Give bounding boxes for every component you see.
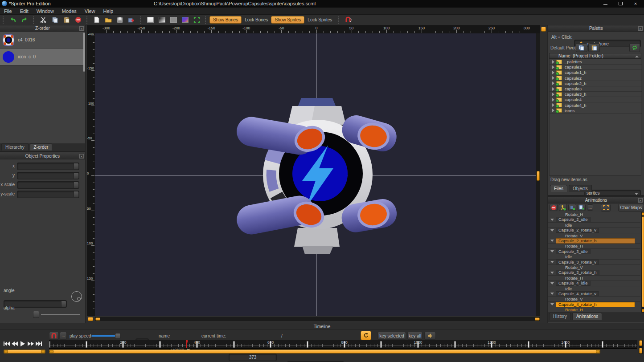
play-speed-slider-handle[interactable] — [115, 333, 121, 339]
tab-objects[interactable]: Objects — [569, 185, 592, 192]
tree-folder-row[interactable]: capsule1_h — [550, 70, 642, 75]
current-time-field[interactable]: 373 — [229, 354, 277, 361]
animation-sub-row[interactable]: Rotate_H — [548, 244, 640, 249]
zorder-item[interactable]: c4_0016 — [0, 32, 84, 49]
animation-row[interactable]: Capsule_3_rotate_h — [548, 270, 640, 276]
tree-folder-row[interactable]: capsule2 — [550, 76, 642, 81]
scroll-handle[interactable] — [596, 350, 600, 353]
timeline-options-button[interactable]: ... — [60, 332, 67, 340]
angle-spinner[interactable] — [61, 301, 66, 307]
duplicate-animation-button[interactable] — [568, 204, 576, 211]
import-button[interactable] — [126, 16, 137, 24]
pivot-paste-button[interactable] — [588, 43, 600, 52]
y-scale-input[interactable] — [17, 191, 79, 198]
tree-folder-row[interactable]: capsule3 — [550, 86, 642, 92]
animation-sub-row[interactable]: Idle — [548, 223, 640, 228]
menu-edit[interactable]: Edit — [16, 8, 33, 14]
expand-arrow-icon[interactable] — [552, 81, 554, 85]
animation-sub-row[interactable]: Rotate_H — [548, 307, 640, 313]
y-input[interactable] — [17, 172, 79, 179]
tab-files[interactable]: Files — [550, 185, 567, 192]
animation-sub-row[interactable]: Rotate_H — [548, 212, 640, 217]
play-speed-track-filled[interactable] — [91, 335, 116, 337]
show-bones-toggle[interactable]: Show Bones — [209, 16, 242, 24]
go-to-end-button[interactable] — [35, 340, 43, 348]
animation-sub-row[interactable]: Idle — [548, 254, 640, 260]
timeline-vscrollbar[interactable] — [639, 340, 643, 354]
scroll-handle[interactable] — [639, 348, 642, 354]
timeline-left-scrollbar[interactable] — [4, 350, 45, 354]
zorder-item[interactable]: icon_c_0 — [0, 49, 84, 65]
next-frame-button[interactable] — [27, 340, 35, 348]
tree-folder-row[interactable]: capsule2_h — [550, 81, 642, 86]
animation-row[interactable]: Capsule_4_idle — [548, 281, 640, 286]
collapse-arrow-icon[interactable] — [550, 261, 554, 263]
previous-frame-button[interactable] — [11, 340, 19, 348]
maximize-button[interactable] — [614, 0, 627, 8]
animation-sub-row[interactable]: Rotate_V — [548, 233, 640, 239]
snap-magnet-icon[interactable] — [343, 16, 353, 24]
view-white-button[interactable] — [145, 16, 156, 24]
copy-button[interactable] — [49, 16, 60, 24]
playhead-cap[interactable] — [186, 340, 188, 343]
animation-row[interactable]: Capsule_2_idle — [548, 217, 640, 223]
alpha-slider-track[interactable] — [41, 314, 80, 315]
select-frame-button[interactable] — [601, 204, 611, 212]
keyframe-marker[interactable] — [602, 341, 603, 348]
capsule-sprite[interactable] — [236, 95, 397, 256]
scroll-handle[interactable] — [4, 350, 8, 353]
tree-folder-row[interactable]: _palettes — [550, 59, 642, 65]
animation-row[interactable]: Capsule_2_rotate_h — [548, 239, 640, 244]
canvas-hscroll-thumb-right[interactable] — [535, 317, 540, 321]
timeline-snap-button[interactable] — [49, 332, 59, 340]
fit-view-button[interactable] — [191, 16, 202, 24]
tab-hierarchy[interactable]: Hierarchy — [1, 143, 29, 150]
expand-arrow-icon[interactable] — [552, 98, 554, 102]
animation-row[interactable]: Capsule_2_rotate_v — [548, 228, 640, 233]
y-spinner[interactable] — [74, 173, 78, 179]
keyframe-marker[interactable] — [307, 341, 308, 348]
collapse-arrow-icon[interactable] — [550, 282, 554, 285]
key-selected-button[interactable]: key selected — [377, 332, 406, 340]
char-maps-button[interactable]: Char Maps — [618, 204, 644, 212]
play-button[interactable] — [19, 340, 27, 348]
x-input[interactable] — [17, 163, 79, 170]
animation-row[interactable]: Capsule_4_rotate_h — [548, 302, 640, 307]
angle-dial[interactable] — [71, 291, 82, 302]
animation-sub-row[interactable]: Idle — [548, 286, 640, 292]
canvas-vscrollbar[interactable] — [536, 33, 540, 316]
collapse-arrow-icon[interactable] — [550, 303, 554, 305]
key-all-button[interactable]: key all — [407, 332, 422, 340]
expand-arrow-icon[interactable] — [552, 76, 554, 80]
keyframe-marker[interactable] — [380, 341, 382, 348]
scroll-handle[interactable] — [49, 350, 53, 353]
timeline-hscrollbar[interactable] — [49, 350, 600, 354]
tree-folder-row[interactable]: capsule4_h — [550, 103, 642, 108]
close-button[interactable]: × — [629, 0, 642, 8]
animation-row[interactable]: Capsule_3_idle — [548, 249, 640, 254]
view-gray-button[interactable] — [168, 16, 179, 24]
expand-arrow-icon[interactable] — [552, 93, 554, 96]
tree-folder-row[interactable]: capsule3_h — [550, 92, 642, 97]
tree-folder-row[interactable]: capsule1 — [550, 65, 642, 70]
collapse-arrow-icon[interactable] — [550, 293, 554, 295]
canvas-hscrollbar[interactable] — [95, 317, 540, 321]
show-sprites-toggle[interactable]: Show Sprites — [271, 16, 304, 24]
alpha-slider-handle[interactable] — [33, 311, 39, 318]
save-button[interactable] — [115, 16, 125, 24]
copy-animation-button[interactable] — [578, 204, 586, 211]
expand-arrow-icon[interactable] — [552, 71, 554, 74]
open-folder-button[interactable] — [103, 16, 114, 24]
more-options-button[interactable]: ... — [587, 204, 593, 211]
tree-folder-row[interactable]: icons — [550, 108, 642, 114]
view-color-button[interactable] — [180, 16, 190, 24]
x-scale-input[interactable] — [17, 181, 79, 189]
pivot-copy-button[interactable] — [576, 43, 587, 52]
expand-arrow-icon[interactable] — [552, 65, 554, 69]
minimize-button[interactable] — [599, 0, 612, 8]
timeline-ruler[interactable]: 200400600800100012001400 — [49, 340, 637, 349]
keyframe-marker[interactable] — [454, 341, 456, 348]
tree-column-header[interactable]: Name (Project Folder) — [549, 53, 641, 59]
menu-view[interactable]: View — [81, 8, 99, 14]
paste-button[interactable] — [61, 16, 72, 24]
